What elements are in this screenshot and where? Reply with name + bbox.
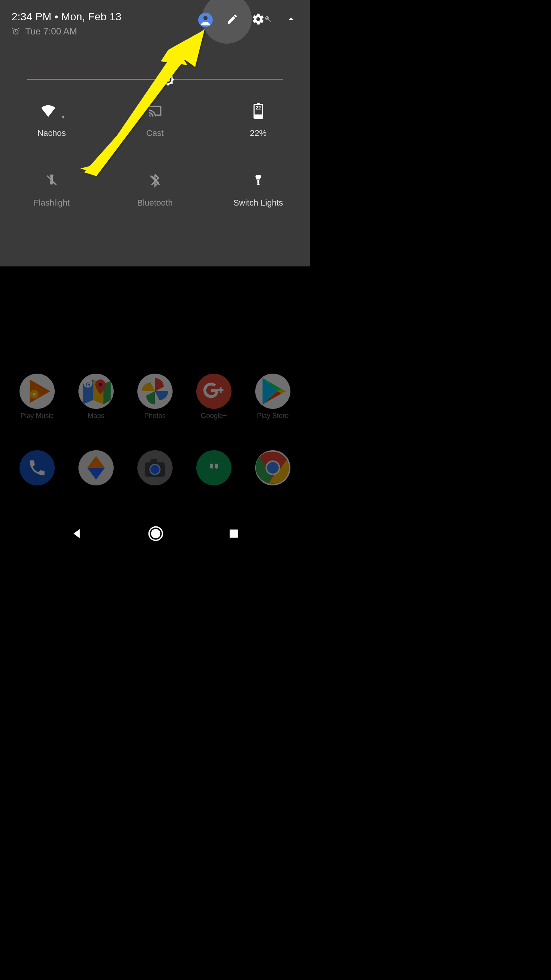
bluetooth-off-icon — [148, 172, 162, 190]
time-date-row[interactable]: 2:34 PM • Mon, Feb 13 — [11, 11, 121, 23]
app-play-store[interactable]: Play Store — [246, 374, 300, 420]
home-app-row: Play Music G Maps Photos — [0, 374, 310, 420]
battery-icon: 22 — [253, 102, 263, 121]
svg-marker-20 — [87, 468, 105, 480]
brightness-track — [27, 79, 283, 80]
qs-tile-label: Bluetooth — [137, 198, 173, 208]
app-label: Google+ — [201, 412, 227, 420]
svg-text:G: G — [86, 381, 90, 387]
qs-header: 2:34 PM • Mon, Feb 13 Tue 7:00 AM — [0, 0, 310, 37]
app-phone[interactable] — [10, 450, 64, 485]
svg-rect-30 — [230, 529, 238, 537]
quick-settings-panel: 2:34 PM • Mon, Feb 13 Tue 7:00 AM — [0, 0, 310, 266]
svg-rect-6 — [257, 103, 259, 105]
flashlight-off-icon — [45, 172, 59, 190]
svg-point-2 — [203, 16, 207, 20]
qs-tiles-grid: ▼ Nachos Cast — [0, 80, 310, 242]
time-text: 2:34 PM — [11, 11, 51, 23]
collapse-panel-button[interactable] — [284, 13, 298, 27]
app-play-music[interactable]: Play Music — [10, 374, 64, 420]
brightness-slider[interactable] — [0, 37, 310, 80]
app-google-plus[interactable]: Google+ — [187, 374, 241, 420]
date-text: Mon, Feb 13 — [61, 11, 121, 23]
qs-tile-bluetooth[interactable]: Bluetooth — [103, 173, 207, 208]
brightness-thumb[interactable] — [161, 73, 175, 87]
svg-point-9 — [257, 183, 260, 185]
qs-header-right — [198, 11, 298, 29]
app-maps[interactable]: G Maps — [69, 374, 123, 420]
user-profile-button[interactable] — [198, 13, 213, 27]
qs-tile-flashlight[interactable]: Flashlight — [0, 173, 103, 208]
caret-down-icon: ▼ — [61, 114, 65, 120]
navigation-bar — [0, 518, 310, 551]
edit-tiles-button[interactable] — [225, 13, 240, 27]
qs-tile-label: Nachos — [37, 128, 66, 138]
brightness-fill — [27, 79, 168, 80]
svg-rect-7 — [254, 114, 262, 118]
nav-back-button[interactable] — [70, 527, 84, 542]
nav-home-button[interactable] — [148, 526, 164, 543]
svg-point-27 — [267, 462, 279, 474]
app-label: Maps — [88, 412, 104, 420]
pencil-icon — [226, 13, 238, 27]
qs-tile-battery[interactable]: 22 22% — [207, 103, 310, 138]
qs-header-left: 2:34 PM • Mon, Feb 13 Tue 7:00 AM — [11, 11, 121, 37]
battery-value-text: 22 — [253, 105, 263, 111]
settings-button[interactable] — [252, 13, 272, 27]
qs-tile-label: Cast — [146, 128, 163, 138]
qs-tile-label: 22% — [250, 128, 267, 138]
qs-tile-wifi[interactable]: ▼ Nachos — [0, 103, 103, 138]
alarm-text: Tue 7:00 AM — [25, 26, 77, 37]
svg-rect-8 — [257, 180, 259, 184]
svg-rect-22 — [150, 459, 157, 464]
wifi-icon — [38, 102, 59, 121]
lightbulb-icon — [253, 171, 264, 190]
app-label: Photos — [144, 412, 166, 420]
svg-point-12 — [33, 393, 36, 396]
wrench-icon — [263, 15, 272, 25]
qs-tile-switchlights[interactable]: Switch Lights — [207, 173, 310, 208]
home-screen: Play Music G Maps Photos — [0, 266, 310, 551]
app-chrome[interactable] — [246, 450, 300, 485]
nav-recents-button[interactable] — [228, 528, 240, 541]
home-dock-row — [0, 450, 310, 485]
svg-point-16 — [99, 383, 103, 387]
app-label: Play Music — [20, 412, 54, 420]
next-alarm-row[interactable]: Tue 7:00 AM — [11, 26, 121, 37]
app-label: Play Store — [257, 412, 289, 420]
qs-tile-label: Switch Lights — [233, 198, 283, 208]
app-photos[interactable]: Photos — [128, 374, 182, 420]
alarm-clock-icon — [11, 27, 20, 36]
time-date-separator: • — [54, 11, 58, 23]
app-hangouts[interactable] — [187, 450, 241, 485]
svg-point-29 — [151, 529, 161, 539]
app-unknown-triangles[interactable] — [69, 450, 123, 485]
svg-marker-19 — [87, 456, 105, 468]
qs-tile-cast[interactable]: Cast — [103, 103, 207, 138]
app-camera[interactable] — [128, 450, 182, 485]
cast-icon — [147, 104, 163, 121]
qs-tile-label: Flashlight — [34, 198, 70, 208]
gear-icon — [252, 13, 265, 27]
chevron-up-icon — [285, 13, 298, 27]
